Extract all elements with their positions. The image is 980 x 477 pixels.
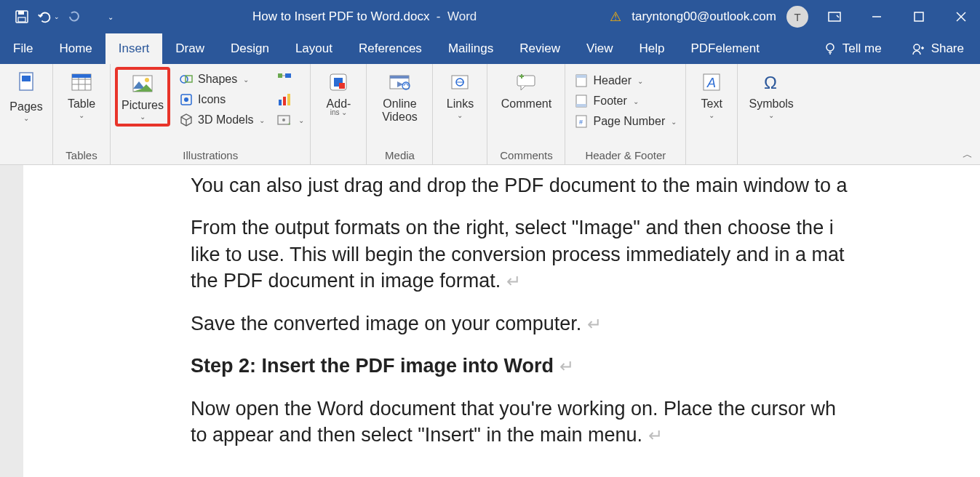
footer-button[interactable]: Footer⌄	[570, 92, 681, 111]
omega-icon: Ω	[759, 70, 784, 95]
document-area[interactable]: You can also just drag and drop the PDF …	[0, 165, 980, 477]
tab-pdfelement[interactable]: PDFelement	[678, 33, 773, 64]
svg-point-8	[826, 44, 834, 51]
online-videos-button[interactable]: Online Videos	[371, 67, 428, 123]
svg-rect-48	[576, 75, 586, 78]
page-icon	[14, 70, 39, 95]
svg-text:A: A	[706, 76, 716, 90]
chart-button[interactable]	[275, 90, 306, 109]
svg-rect-30	[279, 100, 282, 105]
footer-icon	[574, 94, 589, 108]
maximize-button[interactable]	[903, 5, 935, 28]
icons-icon	[179, 92, 194, 107]
share-button[interactable]: Share	[895, 33, 980, 64]
group-label-text	[690, 148, 733, 164]
paragraph: Save the converted image on your compute…	[191, 310, 980, 337]
window-title: How to Insert PDF to Word.docx - Word	[119, 9, 610, 24]
warning-icon: ⚠	[610, 9, 621, 25]
ribbon-options-icon	[828, 12, 841, 22]
comment-button[interactable]: Comment	[492, 67, 560, 111]
smartart-icon	[276, 72, 292, 87]
svg-text:+: +	[287, 121, 291, 127]
tab-references[interactable]: References	[346, 33, 435, 64]
svg-point-34	[282, 119, 285, 121]
tell-me-button[interactable]: Tell me	[810, 33, 895, 64]
group-symbols: Ω Symbols ⌄	[738, 64, 805, 164]
tab-design[interactable]: Design	[218, 33, 282, 64]
collapse-ribbon-button[interactable]: ︿	[963, 148, 973, 161]
tab-help[interactable]: Help	[626, 33, 678, 64]
chart-icon	[276, 92, 292, 107]
icons-button[interactable]: Icons	[175, 90, 269, 109]
group-label-pages	[4, 148, 48, 164]
svg-text:#: #	[579, 119, 583, 126]
text-button[interactable]: A Text ⌄	[690, 67, 733, 118]
symbols-button[interactable]: Ω Symbols ⌄	[742, 67, 800, 118]
pictures-button[interactable]: Pictures ⌄	[115, 67, 170, 127]
table-icon	[69, 70, 94, 95]
undo-icon	[36, 9, 54, 24]
paragraph-mark-icon: ↵	[587, 314, 602, 334]
screenshot-icon: +	[276, 113, 292, 127]
links-button[interactable]: Links ⌄	[437, 67, 482, 118]
pages-button[interactable]: Pages ⌄	[4, 67, 48, 121]
text-box-icon: A	[699, 70, 724, 95]
svg-rect-28	[278, 73, 282, 78]
shapes-icon	[179, 72, 194, 87]
addins-button[interactable]: Add- ins ⌄	[315, 67, 362, 115]
tab-insert[interactable]: Insert	[105, 33, 163, 64]
group-media: Online Videos Media	[367, 64, 433, 164]
svg-rect-29	[285, 73, 291, 78]
svg-point-11	[914, 44, 920, 50]
group-label-symbols	[742, 148, 800, 164]
group-tables: Table ⌄ Tables	[53, 64, 111, 164]
group-links: Links ⌄	[433, 64, 487, 164]
screenshot-button[interactable]: + ⌄	[275, 111, 306, 129]
group-comments: Comment Comments	[487, 64, 565, 164]
page-number-icon: #	[574, 114, 589, 129]
group-label-tables: Tables	[57, 148, 105, 164]
3d-models-button[interactable]: 3D Models⌄	[175, 111, 269, 129]
tab-mailings[interactable]: Mailings	[435, 33, 506, 64]
qat-customize[interactable]: ⌄	[102, 8, 119, 25]
tab-file[interactable]: File	[0, 33, 46, 64]
svg-rect-32	[287, 94, 290, 105]
quick-access-toolbar: ⌄ ⌄	[0, 8, 119, 25]
tab-draw[interactable]: Draw	[162, 33, 218, 64]
undo-button[interactable]	[36, 8, 54, 25]
video-icon	[387, 70, 412, 95]
paragraph: From the output formats on the right, se…	[191, 215, 980, 294]
addins-icon	[326, 70, 351, 95]
undo-dropdown[interactable]: ⌄	[54, 13, 60, 20]
paragraph: You can also just drag and drop the PDF …	[191, 172, 980, 199]
close-icon	[956, 12, 966, 22]
link-icon	[447, 70, 472, 95]
account-email[interactable]: taryntong00@outlook.com	[632, 9, 776, 24]
svg-point-27	[184, 97, 188, 102]
pictures-icon	[130, 71, 155, 96]
paragraph-mark-icon: ↵	[559, 356, 574, 376]
tab-view[interactable]: View	[573, 33, 626, 64]
tab-home[interactable]: Home	[46, 33, 105, 64]
minimize-button[interactable]	[861, 5, 893, 28]
table-button[interactable]: Table ⌄	[57, 67, 105, 118]
tab-review[interactable]: Review	[506, 33, 573, 64]
cube-icon	[179, 113, 194, 127]
paragraph-mark-icon: ↵	[648, 425, 663, 445]
tab-layout[interactable]: Layout	[282, 33, 346, 64]
header-button[interactable]: Header⌄	[570, 71, 681, 90]
smartart-button[interactable]	[275, 70, 306, 89]
group-label-addins	[315, 148, 362, 164]
avatar[interactable]: T	[786, 6, 808, 28]
save-button[interactable]	[13, 8, 31, 25]
ribbon-display-options[interactable]	[818, 5, 850, 28]
close-button[interactable]	[945, 5, 977, 28]
shapes-button[interactable]: Shapes⌄	[175, 70, 269, 89]
redo-button[interactable]	[65, 8, 83, 25]
group-header-footer: Header⌄ Footer⌄ # Page Number⌄ Header & …	[565, 64, 686, 164]
svg-rect-1	[18, 11, 24, 15]
group-illustrations: Pictures ⌄ Shapes⌄ Icons 3D Models⌄	[111, 64, 311, 164]
page-number-button[interactable]: # Page Number⌄	[570, 112, 681, 131]
document-page: You can also just drag and drop the PDF …	[23, 165, 980, 477]
group-label-links	[437, 148, 482, 164]
